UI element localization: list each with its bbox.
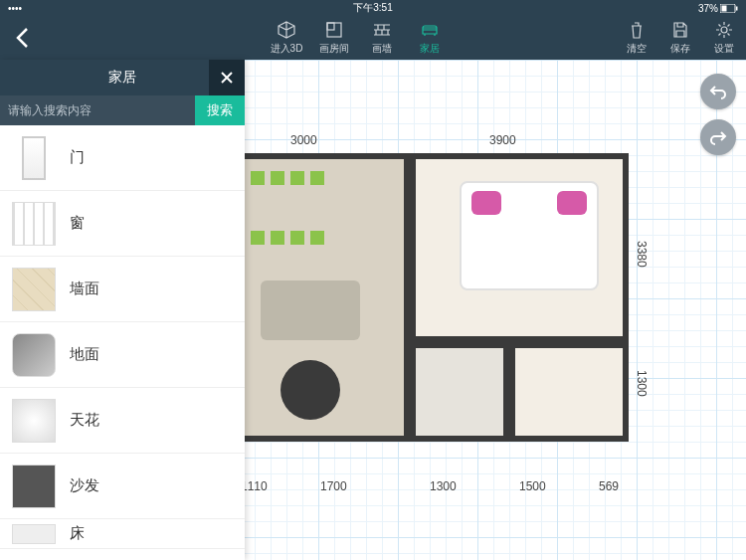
- chair[interactable]: [310, 171, 324, 185]
- dim-right-2: 1300: [635, 370, 649, 397]
- wall-icon: [372, 20, 392, 40]
- chair[interactable]: [271, 171, 284, 185]
- back-button[interactable]: [0, 16, 44, 60]
- dim-bot-5: 569: [599, 479, 619, 493]
- search-input[interactable]: [0, 95, 195, 125]
- pillow: [557, 191, 587, 215]
- wall-tile-icon: [12, 268, 56, 311]
- furniture-button[interactable]: 家居: [406, 20, 454, 56]
- panel-title: 家居: [108, 69, 136, 87]
- chair[interactable]: [271, 231, 284, 245]
- enter-3d-button[interactable]: 进入3D: [263, 20, 310, 56]
- chair[interactable]: [290, 231, 304, 245]
- round-table[interactable]: [280, 360, 340, 420]
- bed-furniture[interactable]: [460, 181, 599, 290]
- dim-bot-2: 1700: [320, 479, 347, 493]
- draw-room-button[interactable]: 画房间: [310, 20, 358, 56]
- room-icon: [324, 20, 344, 40]
- chair[interactable]: [251, 231, 265, 245]
- chair[interactable]: [290, 171, 304, 185]
- kitchen[interactable]: [509, 342, 629, 442]
- svg-point-5: [721, 27, 727, 33]
- redo-icon: [709, 128, 727, 146]
- search-button[interactable]: 搜索: [195, 95, 245, 125]
- close-icon: [220, 71, 234, 85]
- door-icon: [22, 136, 46, 180]
- furniture-panel: 家居 搜索 门 窗 墙面 地面 天花 沙发: [0, 60, 245, 560]
- undo-icon: [709, 83, 727, 100]
- svg-rect-4: [327, 23, 334, 30]
- dim-top-1: 3000: [290, 133, 317, 147]
- category-bed[interactable]: 床: [0, 519, 245, 549]
- floorplan[interactable]: 3000 3900 3380 1300 1110 1700 1300 1500 …: [231, 131, 639, 499]
- dim-right-1: 3380: [635, 241, 649, 268]
- draw-wall-button[interactable]: 画墙: [358, 20, 406, 56]
- category-sofa[interactable]: 沙发: [0, 454, 245, 519]
- svg-rect-1: [722, 5, 727, 11]
- bathroom[interactable]: [410, 342, 509, 442]
- category-floor[interactable]: 地面: [0, 322, 245, 388]
- settings-button[interactable]: 设置: [702, 20, 746, 56]
- redo-button[interactable]: [700, 119, 736, 155]
- save-button[interactable]: 保存: [658, 20, 702, 56]
- chevron-left-icon: [15, 27, 29, 49]
- search-row: 搜索: [0, 95, 245, 125]
- status-time: 下午3:51: [353, 1, 392, 15]
- category-door[interactable]: 门: [0, 125, 245, 191]
- category-window[interactable]: 窗: [0, 191, 245, 257]
- sofa-icon: [420, 20, 440, 40]
- category-wall[interactable]: 墙面: [0, 257, 245, 322]
- save-icon: [670, 20, 690, 40]
- main-toolbar: 进入3D 画房间 画墙 家居 清空 保存 设置: [0, 16, 746, 60]
- pillow: [471, 191, 501, 215]
- status-bar: •••• 下午3:51 37%: [0, 0, 746, 16]
- signal: ••••: [8, 3, 22, 14]
- status-battery: 37%: [698, 3, 738, 14]
- panel-close-button[interactable]: [209, 60, 245, 95]
- category-list[interactable]: 门 窗 墙面 地面 天花 沙发 床: [0, 125, 245, 560]
- dim-bot-1: 1110: [241, 479, 268, 493]
- dim-bot-4: 1500: [519, 479, 546, 493]
- trash-icon: [627, 20, 647, 40]
- gear-icon: [714, 20, 734, 40]
- sofa-furniture[interactable]: [261, 280, 360, 340]
- floor-roll-icon: [12, 333, 56, 377]
- sofa-thumb-icon: [12, 465, 56, 508]
- clear-button[interactable]: 清空: [615, 20, 658, 56]
- dim-bot-3: 1300: [430, 479, 457, 493]
- chair[interactable]: [310, 231, 324, 245]
- svg-rect-2: [736, 6, 738, 10]
- bed-thumb-icon: [12, 524, 56, 544]
- panel-header: 家居: [0, 60, 245, 95]
- undo-button[interactable]: [700, 74, 736, 109]
- ceiling-icon: [12, 399, 56, 443]
- dim-top-2: 3900: [489, 133, 516, 147]
- history-controls: [700, 74, 736, 155]
- cube-icon: [277, 20, 296, 40]
- window-icon: [12, 202, 56, 246]
- chair[interactable]: [251, 171, 265, 185]
- category-ceiling[interactable]: 天花: [0, 388, 245, 454]
